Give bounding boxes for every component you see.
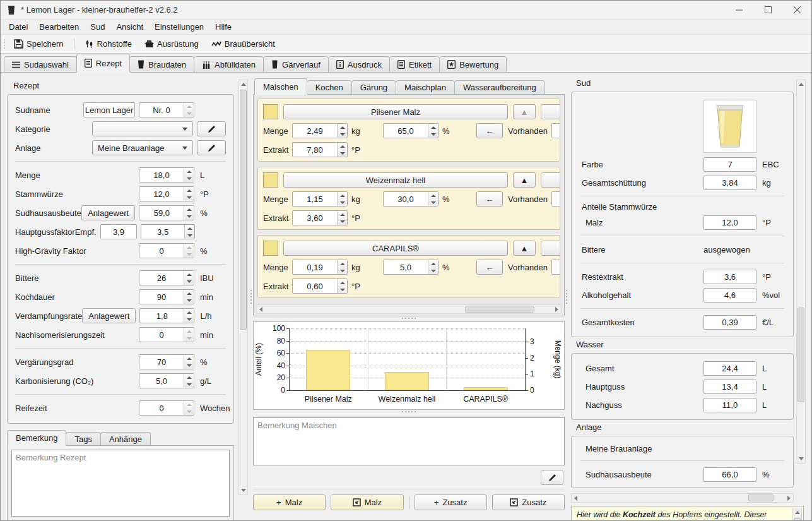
malt-color-swatch[interactable] bbox=[263, 172, 278, 188]
malt-menge-spinbox[interactable]: 1,15 bbox=[292, 191, 348, 207]
tab-gaerung[interactable]: Gärung bbox=[351, 80, 396, 95]
tab-wasseraufbereitung[interactable]: Wasseraufbereitung bbox=[454, 80, 545, 95]
malt-extrakt-spinbox[interactable]: 3,60 bbox=[292, 210, 348, 225]
anlage-combobox[interactable]: Meine Brauanlage bbox=[92, 140, 193, 155]
ausruestung-button[interactable]: Ausrüstung bbox=[139, 37, 204, 51]
malt-name-button[interactable]: CARAPILS® bbox=[283, 241, 508, 256]
scroll-up-icon[interactable] bbox=[239, 80, 247, 88]
sudnummer-spinbox[interactable]: Nr. 0 bbox=[139, 102, 194, 117]
high-gravity-spinbox[interactable]: 0 bbox=[139, 243, 194, 258]
tab-bemerkung[interactable]: Bemerkung bbox=[7, 430, 66, 446]
rohstoffe-button[interactable]: Rohstoffe bbox=[79, 37, 138, 51]
take-from-stock-button[interactable]: ← bbox=[476, 191, 503, 207]
scroll-right-icon[interactable] bbox=[553, 305, 561, 313]
malt-name-button[interactable]: Weizenmalz hell bbox=[283, 172, 508, 188]
scrollbar-thumb[interactable] bbox=[240, 90, 247, 330]
scrollbar-thumb[interactable] bbox=[748, 494, 774, 501]
add-malz-button[interactable]: + Malz bbox=[253, 494, 326, 510]
maischen-note-textarea[interactable] bbox=[254, 418, 564, 465]
move-up-button[interactable]: ▲ bbox=[513, 172, 536, 188]
toolbar-drag-handle[interactable] bbox=[2, 38, 7, 51]
scroll-up-icon[interactable] bbox=[793, 508, 801, 517]
spin-buttons[interactable] bbox=[184, 103, 194, 117]
tab-kochen[interactable]: Kochen bbox=[307, 80, 352, 95]
splitter-right[interactable] bbox=[565, 73, 568, 520]
tab-sudauswahl[interactable]: Sudauswahl bbox=[4, 56, 77, 73]
verdampfungsrate-spinbox[interactable]: 1,8 bbox=[139, 308, 194, 323]
hauptgussfaktor-spinbox[interactable]: 3,5 bbox=[141, 224, 195, 239]
menu-datei[interactable]: Datei bbox=[3, 20, 33, 33]
save-button[interactable]: Speichern bbox=[8, 37, 69, 51]
malt-name-button[interactable]: Pilsener Malz bbox=[283, 104, 508, 119]
edit-note-button[interactable] bbox=[541, 470, 563, 485]
pick-malz-button[interactable]: Malz bbox=[331, 494, 403, 510]
tab-rezept[interactable]: Rezept bbox=[76, 54, 130, 73]
scroll-down-icon[interactable] bbox=[797, 455, 805, 463]
malt-color-swatch[interactable] bbox=[263, 104, 278, 119]
tab-maischplan[interactable]: Maischplan bbox=[396, 80, 455, 95]
malt-more-button[interactable] bbox=[541, 241, 560, 256]
menu-sud[interactable]: Sud bbox=[85, 20, 110, 33]
right-vertical-scrollbar[interactable] bbox=[796, 80, 806, 464]
close-button[interactable] bbox=[782, 1, 811, 19]
sudhausausbeute-spinbox[interactable]: 59,0 bbox=[139, 205, 194, 220]
malt-extrakt-spinbox[interactable]: 0,60 bbox=[292, 278, 348, 294]
menu-bearbeiten[interactable]: Bearbeiten bbox=[33, 20, 85, 33]
vergaerungsgrad-spinbox[interactable]: 70 bbox=[139, 354, 194, 369]
splitter-left[interactable] bbox=[249, 73, 252, 520]
reifezeit-spinbox[interactable]: 0 bbox=[139, 400, 194, 416]
malt-more-button[interactable] bbox=[541, 172, 560, 188]
maximize-button[interactable] bbox=[753, 1, 782, 19]
malt-menge-spinbox[interactable]: 0,19 bbox=[292, 260, 348, 275]
scroll-right-icon[interactable] bbox=[785, 494, 793, 502]
malt-menge-spinbox[interactable]: 2,49 bbox=[292, 123, 348, 138]
menu-einstellungen[interactable]: Einstellungen bbox=[149, 20, 209, 33]
edit-anlage-button[interactable] bbox=[197, 140, 226, 155]
menu-ansicht[interactable]: Ansicht bbox=[110, 20, 149, 33]
malt-anteil-spinbox[interactable]: 5,0 bbox=[383, 260, 438, 275]
kochdauer-spinbox[interactable]: 90 bbox=[139, 289, 194, 304]
malt-extrakt-spinbox[interactable]: 7,80 bbox=[292, 142, 348, 157]
menu-hilfe[interactable]: Hilfe bbox=[209, 20, 237, 33]
scrollbar-thumb[interactable] bbox=[465, 306, 534, 313]
malt-horizontal-scrollbar[interactable] bbox=[256, 304, 562, 314]
tab-abfuelldaten[interactable]: Abfülldaten bbox=[194, 56, 264, 73]
scroll-left-icon[interactable] bbox=[257, 305, 265, 313]
take-from-stock-button[interactable]: ← bbox=[476, 260, 503, 275]
tab-bewertung[interactable]: Bewertung bbox=[439, 56, 507, 73]
scroll-up-icon[interactable] bbox=[797, 80, 805, 88]
tab-etikett[interactable]: Etikett bbox=[389, 56, 440, 73]
tab-maischen[interactable]: Maischen bbox=[254, 78, 307, 95]
anlagewert-button[interactable]: Anlagewert bbox=[82, 308, 136, 323]
kategorie-combobox[interactable] bbox=[92, 121, 193, 136]
bittere-spinbox[interactable]: 26 bbox=[139, 270, 194, 285]
karbonisierung-spinbox[interactable]: 5,0 bbox=[139, 373, 194, 388]
nachisomerisierungszeit-spinbox[interactable]: 0 bbox=[139, 327, 194, 342]
take-from-stock-button[interactable]: ← bbox=[476, 123, 503, 138]
sudname-input[interactable]: Lemon Lager bbox=[83, 102, 135, 117]
scrollbar-thumb[interactable] bbox=[797, 308, 804, 402]
tab-gaerverlauf[interactable]: Gärverlauf bbox=[263, 56, 329, 73]
scroll-left-icon[interactable] bbox=[572, 494, 580, 502]
add-zusatz-button[interactable]: + Zusatz bbox=[415, 494, 487, 510]
edit-kategorie-button[interactable] bbox=[197, 121, 226, 136]
help-vertical-scrollbar[interactable] bbox=[792, 508, 802, 521]
move-up-button[interactable]: ▲ bbox=[513, 241, 536, 256]
scroll-down-icon[interactable] bbox=[239, 486, 247, 494]
left-vertical-scrollbar[interactable] bbox=[238, 80, 248, 495]
tab-anhaenge[interactable]: Anhänge bbox=[100, 432, 151, 446]
pick-zusatz-button[interactable]: Zusatz bbox=[492, 494, 565, 510]
malt-more-button[interactable] bbox=[541, 104, 560, 119]
malt-anteil-spinbox[interactable]: 65,0 bbox=[383, 123, 438, 138]
scrollbar-thumb[interactable] bbox=[794, 518, 801, 521]
brauuebersicht-button[interactable]: Brauübersicht bbox=[206, 37, 281, 51]
tab-braudaten[interactable]: Braudaten bbox=[129, 56, 194, 73]
anlagewert-button[interactable]: Anlagewert bbox=[81, 205, 136, 220]
menge-spinbox[interactable]: 18,0 bbox=[139, 167, 194, 183]
right-horizontal-scrollbar[interactable] bbox=[571, 493, 794, 503]
tab-ausdruck[interactable]: Ausdruck bbox=[328, 56, 390, 73]
splitter-note[interactable] bbox=[253, 410, 565, 414]
recipe-note-textarea[interactable] bbox=[11, 450, 230, 517]
tab-tags[interactable]: Tags bbox=[66, 432, 100, 446]
move-up-button[interactable]: ▲ bbox=[513, 104, 536, 119]
